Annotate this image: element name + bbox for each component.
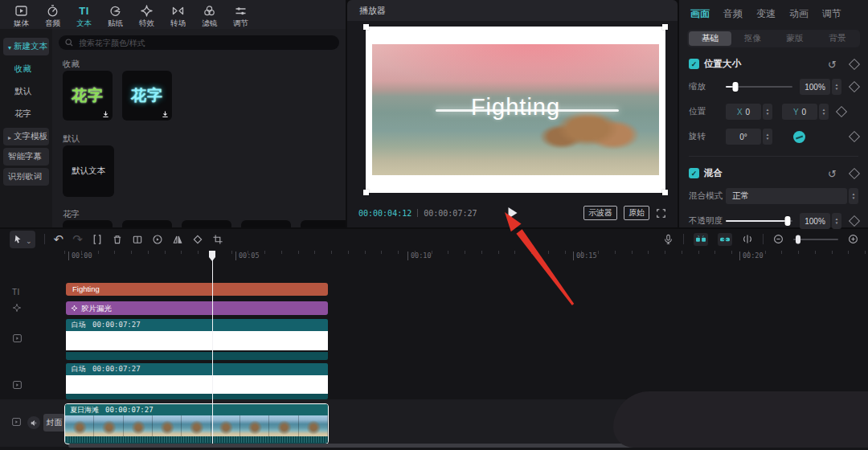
blend-mode-dropdown[interactable]: 正常 <box>726 188 847 204</box>
keyframe-diamond-icon[interactable] <box>849 215 860 227</box>
preview-axis-toggle[interactable] <box>742 234 753 244</box>
keyframe-diamond-icon[interactable] <box>849 131 860 142</box>
sidebar-item-lyrics-recognition[interactable]: 识别歌词 <box>3 168 49 186</box>
blend-mode-stepper[interactable] <box>849 188 858 204</box>
subtab-cutout[interactable]: 抠像 <box>731 31 774 46</box>
reset-icon[interactable] <box>828 59 837 70</box>
white-field-clip-audio-strip[interactable] <box>66 394 328 399</box>
linked-preview-toggle[interactable] <box>718 233 732 246</box>
huazi-style-card[interactable]: 花字 <box>122 71 172 121</box>
main-video-clip-selected[interactable]: 夏日海滩00:00:07:27 <box>64 403 329 444</box>
position-y-field[interactable]: Y0 <box>782 104 817 120</box>
huazi-style-card[interactable] <box>122 220 172 227</box>
keyframe-diamond-icon[interactable] <box>836 106 847 117</box>
preview-text-overlay[interactable]: Fighting <box>372 94 659 121</box>
tab-media[interactable]: 媒体 <box>6 4 36 29</box>
white-field-clip-body[interactable] <box>66 331 328 350</box>
position-size-checkbox[interactable] <box>689 59 699 69</box>
reverse-button[interactable] <box>152 234 163 245</box>
scale-slider[interactable] <box>726 86 792 88</box>
select-tool-button[interactable] <box>10 231 35 248</box>
subtab-background[interactable]: 背景 <box>816 31 858 46</box>
blend-checkbox[interactable] <box>689 168 699 178</box>
mute-original-sound-button[interactable] <box>27 416 40 429</box>
tab-audio[interactable]: 音频 <box>38 4 68 29</box>
timeline-ruler[interactable]: 00:00 00:05 00:10 00:15 00:20 <box>64 251 868 264</box>
tab-animation[interactable]: 动画 <box>789 7 809 21</box>
resize-handle[interactable] <box>662 190 668 195</box>
playhead[interactable] <box>209 251 215 447</box>
effect-clip-film-leak[interactable]: 胶片漏光 <box>66 301 328 315</box>
tab-adjust-props[interactable]: 调节 <box>822 7 841 21</box>
sidebar-item-new-text[interactable]: 新建文本 <box>3 38 49 55</box>
tab-text[interactable]: 文本 <box>69 4 99 29</box>
split-button[interactable] <box>92 234 103 245</box>
search-input[interactable] <box>77 38 333 48</box>
auto-snap-toggle[interactable] <box>694 233 708 246</box>
huazi-style-card[interactable] <box>182 220 231 227</box>
tab-adjust[interactable]: 调节 <box>226 4 256 29</box>
scale-stepper[interactable] <box>832 79 841 95</box>
toolbar-divider <box>763 234 764 244</box>
keyframe-diamond-icon[interactable] <box>849 81 860 92</box>
tab-sticker[interactable]: 贴纸 <box>100 4 130 29</box>
tab-transitions[interactable]: 转场 <box>163 4 193 29</box>
sidebar-item-text-templates[interactable]: 文字模板 <box>3 128 49 145</box>
position-x-stepper[interactable] <box>763 104 772 120</box>
original-button[interactable]: 原始 <box>624 206 649 220</box>
white-field-clip-header[interactable]: 白场00:00:07:27 <box>66 363 328 375</box>
text-clip-fighting[interactable]: Fighting <box>66 283 328 296</box>
cover-button[interactable]: 封面 <box>43 414 65 432</box>
rotation-stepper[interactable] <box>763 129 772 145</box>
tab-speed[interactable]: 变速 <box>756 7 776 21</box>
search-bar[interactable] <box>59 35 339 50</box>
default-text-card[interactable]: 默认文本 <box>63 145 114 197</box>
opacity-stepper[interactable] <box>832 213 841 229</box>
resize-handle[interactable] <box>662 24 668 30</box>
resize-handle[interactable] <box>363 190 369 195</box>
resize-handle[interactable] <box>363 24 369 30</box>
fullscreen-icon[interactable] <box>656 208 666 219</box>
position-x-field[interactable]: X0 <box>726 104 761 120</box>
huazi-style-card[interactable] <box>301 220 346 227</box>
sidebar-item-huazi[interactable]: 花字 <box>3 105 49 123</box>
freeze-frame-button[interactable] <box>132 234 143 245</box>
opacity-slider[interactable] <box>726 220 792 222</box>
huazi-style-card[interactable] <box>63 220 113 227</box>
scope-button[interactable]: 示波器 <box>583 206 617 220</box>
undo-button[interactable] <box>54 232 64 247</box>
keyframe-diamond-icon[interactable] <box>849 167 860 178</box>
record-voiceover-button[interactable] <box>663 234 674 245</box>
white-field-clip-audio-strip[interactable] <box>66 352 328 360</box>
tab-picture[interactable]: 画面 <box>690 7 710 21</box>
sidebar-item-default[interactable]: 默认 <box>3 83 49 100</box>
sidebar-item-favorites[interactable]: 收藏 <box>3 60 49 78</box>
crop-button[interactable] <box>212 234 223 245</box>
play-button[interactable] <box>508 207 517 219</box>
keyframe-diamond-icon[interactable] <box>849 58 860 69</box>
opacity-value[interactable]: 100% <box>800 213 830 229</box>
subtab-mask[interactable]: 蒙版 <box>774 31 817 46</box>
tab-audio-props[interactable]: 音频 <box>723 7 743 21</box>
zoom-in-icon[interactable] <box>848 234 858 244</box>
mirror-button[interactable] <box>172 234 183 245</box>
huazi-style-card[interactable]: 花字 <box>63 71 113 121</box>
sidebar-item-smart-captions[interactable]: 智能字幕 <box>3 148 49 166</box>
redo-button[interactable] <box>72 232 83 247</box>
reset-icon[interactable] <box>828 168 837 179</box>
subtab-basic[interactable]: 基础 <box>689 31 731 46</box>
huazi-style-card[interactable] <box>241 220 291 227</box>
white-field-clip-header[interactable]: 白场00:00:07:27 <box>66 319 328 331</box>
preview-canvas[interactable]: Fighting <box>366 27 665 193</box>
rotation-value[interactable]: 0° <box>726 129 761 145</box>
zoom-out-icon[interactable] <box>773 234 784 244</box>
timeline-zoom-slider[interactable] <box>793 239 838 240</box>
scale-value[interactable]: 100% <box>800 79 830 95</box>
position-y-stepper[interactable] <box>819 104 829 120</box>
rotate-button[interactable] <box>192 234 203 245</box>
tab-filters[interactable]: 滤镜 <box>194 4 224 29</box>
delete-button[interactable] <box>112 234 123 245</box>
rotation-dial[interactable] <box>793 131 805 143</box>
tab-effects[interactable]: 特效 <box>132 4 162 29</box>
white-field-clip-body[interactable] <box>66 375 328 394</box>
